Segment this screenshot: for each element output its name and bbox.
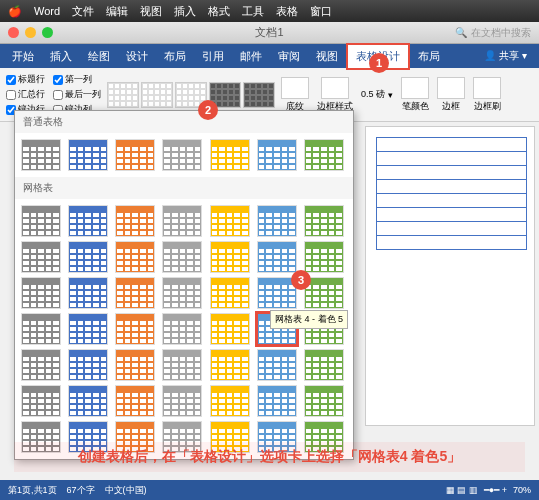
- gallery-style-item[interactable]: [68, 349, 108, 381]
- gallery-style-item[interactable]: [68, 205, 108, 237]
- gallery-style-item[interactable]: [21, 349, 61, 381]
- style-preview-1[interactable]: [107, 82, 139, 108]
- menu-insert[interactable]: 插入: [174, 4, 196, 19]
- gallery-style-item[interactable]: [68, 241, 108, 273]
- gallery-style-item[interactable]: [115, 205, 155, 237]
- gallery-style-item[interactable]: [162, 205, 202, 237]
- gallery-style-item[interactable]: [304, 241, 344, 273]
- gallery-style-item[interactable]: [162, 277, 202, 309]
- tab-layout[interactable]: 布局: [156, 45, 194, 68]
- gallery-style-item[interactable]: [162, 349, 202, 381]
- window-titlebar: 文档1 🔍 在文档中搜索: [0, 22, 539, 44]
- gallery-style-item[interactable]: [257, 385, 297, 417]
- gallery-style-item[interactable]: [162, 385, 202, 417]
- chk-total-row[interactable]: 汇总行: [6, 88, 45, 101]
- gallery-style-item[interactable]: [162, 241, 202, 273]
- menu-tools[interactable]: 工具: [242, 4, 264, 19]
- chevron-down-icon: ▾: [388, 90, 393, 100]
- gallery-style-item[interactable]: [115, 139, 155, 171]
- style-preview-2[interactable]: [141, 82, 173, 108]
- gallery-style-item[interactable]: [304, 349, 344, 381]
- tab-references[interactable]: 引用: [194, 45, 232, 68]
- gallery-style-item[interactable]: [257, 139, 297, 171]
- view-buttons[interactable]: ▦ ▤ ▥: [446, 485, 478, 495]
- gallery-style-item[interactable]: [21, 205, 61, 237]
- gallery-style-item[interactable]: [304, 139, 344, 171]
- gallery-style-item[interactable]: [210, 277, 250, 309]
- document-title: 文档1: [255, 25, 283, 40]
- tab-insert[interactable]: 插入: [42, 45, 80, 68]
- word-count[interactable]: 67个字: [67, 484, 95, 497]
- app-name[interactable]: Word: [34, 5, 60, 17]
- pen-color-button[interactable]: 笔颜色: [401, 77, 429, 113]
- gallery-style-item[interactable]: [115, 241, 155, 273]
- gallery-style-item[interactable]: [21, 313, 61, 345]
- shading-button[interactable]: 底纹: [281, 77, 309, 113]
- border-weight-select[interactable]: 0.5 磅▾: [361, 88, 393, 101]
- menu-table[interactable]: 表格: [276, 4, 298, 19]
- borders-button[interactable]: 边框: [437, 77, 465, 113]
- gallery-style-item[interactable]: [21, 277, 61, 309]
- tab-mailings[interactable]: 邮件: [232, 45, 270, 68]
- search-input[interactable]: 🔍 在文档中搜索: [455, 26, 531, 40]
- document-table[interactable]: [376, 137, 527, 250]
- zoom-level[interactable]: 70%: [513, 485, 531, 495]
- system-menubar: 🍎 Word 文件 编辑 视图 插入 格式 工具 表格 窗口: [0, 0, 539, 22]
- gallery-style-item[interactable]: [21, 241, 61, 273]
- gallery-style-item[interactable]: [68, 277, 108, 309]
- tab-draw[interactable]: 绘图: [80, 45, 118, 68]
- zoom-slider[interactable]: ━●━ +: [484, 485, 507, 495]
- gallery-style-item[interactable]: [21, 139, 61, 171]
- gallery-style-item[interactable]: [68, 139, 108, 171]
- zoom-button[interactable]: [42, 27, 53, 38]
- menu-view[interactable]: 视图: [140, 4, 162, 19]
- gallery-style-item[interactable]: [210, 313, 250, 345]
- tab-review[interactable]: 审阅: [270, 45, 308, 68]
- page-indicator[interactable]: 第1页,共1页: [8, 484, 57, 497]
- chk-last-col[interactable]: 最后一列: [53, 88, 101, 101]
- border-controls-group: 底纹 边框样式 0.5 磅▾ 笔颜色 边框 边框刷: [281, 77, 501, 113]
- tab-home[interactable]: 开始: [4, 45, 42, 68]
- gallery-style-item[interactable]: [304, 205, 344, 237]
- gallery-style-item[interactable]: [162, 139, 202, 171]
- apple-menu[interactable]: 🍎: [8, 5, 22, 18]
- gallery-style-item[interactable]: [115, 385, 155, 417]
- menu-file[interactable]: 文件: [72, 4, 94, 19]
- border-style-button[interactable]: 边框样式: [317, 77, 353, 113]
- tab-view[interactable]: 视图: [308, 45, 346, 68]
- tab-design[interactable]: 设计: [118, 45, 156, 68]
- gallery-style-item[interactable]: [210, 139, 250, 171]
- gallery-style-item[interactable]: [210, 241, 250, 273]
- gallery-style-item[interactable]: [115, 277, 155, 309]
- gallery-style-item[interactable]: [115, 313, 155, 345]
- chk-header-row[interactable]: 标题行: [6, 73, 45, 86]
- style-preview-5[interactable]: [243, 82, 275, 108]
- border-painter-button[interactable]: 边框刷: [473, 77, 501, 113]
- gallery-style-item[interactable]: [257, 349, 297, 381]
- document-canvas[interactable]: [365, 126, 535, 426]
- gallery-style-item[interactable]: [210, 349, 250, 381]
- gallery-style-item[interactable]: [257, 205, 297, 237]
- gallery-style-item[interactable]: [210, 385, 250, 417]
- table-styles-gallery-preview: ▾: [107, 82, 275, 108]
- gallery-style-item[interactable]: [162, 313, 202, 345]
- gallery-style-item[interactable]: [21, 385, 61, 417]
- menu-format[interactable]: 格式: [208, 4, 230, 19]
- gallery-style-item[interactable]: [304, 385, 344, 417]
- language[interactable]: 中文(中国): [105, 484, 147, 497]
- menu-edit[interactable]: 编辑: [106, 4, 128, 19]
- gallery-style-item[interactable]: [68, 313, 108, 345]
- gallery-style-item[interactable]: [257, 241, 297, 273]
- share-button[interactable]: 👤 共享 ▾: [476, 45, 535, 67]
- instruction-overlay: 创建表格后，在「表格设计」选项卡上选择「网格表4 着色5」: [14, 442, 525, 472]
- chk-first-col[interactable]: 第一列: [53, 73, 92, 86]
- tab-table-layout[interactable]: 布局: [410, 45, 448, 68]
- section-grid: 网格表: [15, 177, 353, 199]
- gallery-style-item[interactable]: [68, 385, 108, 417]
- close-button[interactable]: [8, 27, 19, 38]
- minimize-button[interactable]: [25, 27, 36, 38]
- menu-window[interactable]: 窗口: [310, 4, 332, 19]
- gallery-style-item[interactable]: [210, 205, 250, 237]
- callout-1: 1: [369, 53, 389, 73]
- gallery-style-item[interactable]: [115, 349, 155, 381]
